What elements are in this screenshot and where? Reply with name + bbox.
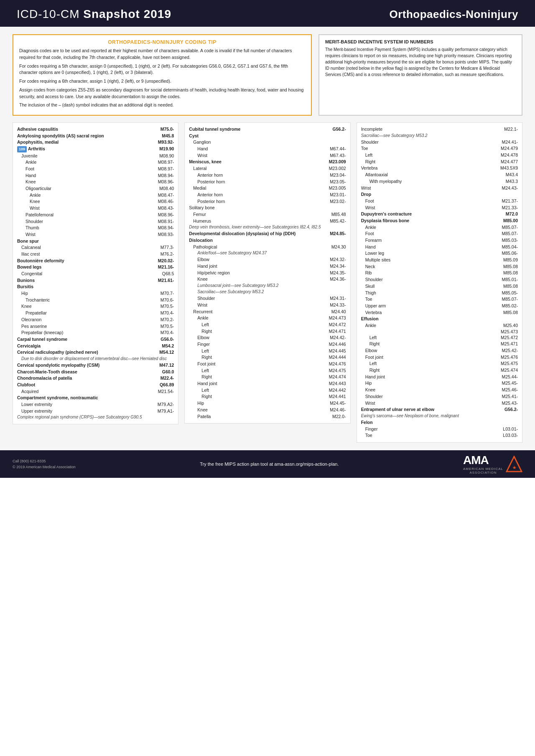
table-row: Adhesive capsulitis M75.0- (17, 126, 174, 132)
entry-code: M23.01- (321, 192, 346, 197)
note-line: Lumbosacral joint—see Subcategory M53.2 (189, 283, 346, 288)
entry-code: M70.4- (149, 310, 174, 315)
entry-code: M85.08 (493, 270, 518, 275)
coding-tip-p4: Assign codes from categories Z55-Z65 as … (19, 87, 305, 100)
entry-name: Foot joint (197, 361, 321, 367)
entry-name: Wrist (197, 152, 321, 159)
entry-code: M25.476 (493, 355, 518, 360)
entry-code: M47.12 (149, 363, 174, 368)
entry-code: M24.443 (321, 381, 346, 386)
table-row: Foot M08.97- (17, 166, 174, 172)
entry-code: M08.91- (149, 219, 174, 224)
entry-name: Wrist (365, 205, 493, 211)
table-row: Ankle M25.40 (361, 322, 518, 329)
entry-name: Elbow (365, 348, 493, 354)
table-row: Felon (361, 419, 518, 426)
entry-name: Vertebra (365, 310, 493, 316)
footer-cta-text: Try the free MIPS action plan tool at am… (200, 462, 339, 467)
entry-name: Cubital tunnel syndrome (189, 126, 321, 132)
entry-code: M08.47- (149, 193, 174, 198)
entry-name: Hip (365, 380, 493, 386)
table-row: Finger M24.446 (189, 341, 346, 348)
entry-code: M24.474 (321, 374, 346, 379)
entry-code: M24.444 (321, 355, 346, 360)
footer-right: AMA AMERICAN MEDICAL ASSOCIATION ★ (463, 454, 522, 474)
main-content: ORTHOPAEDICS-NONINJURY CODING TIP Diagno… (0, 27, 535, 450)
header-title: ICD-10-CM Snapshot 2019 (17, 8, 171, 21)
entry-code: M22.1- (493, 127, 518, 132)
table-row: Femur M85.48 (189, 211, 346, 218)
entry-name: Hip (21, 290, 149, 297)
table-row: Foot M85.07- (361, 231, 518, 237)
table-row: Patella M22.0- (189, 414, 346, 420)
entry-name: Lower extremity (21, 401, 149, 408)
table-row: Right M24.474 (189, 374, 346, 380)
entry-name: Adhesive capsulitis (17, 126, 149, 132)
table-row: Shoulder M85.01- (361, 277, 518, 283)
entry-name: Finger (197, 341, 321, 348)
note-line: Sacroiliac—see Subcategory M53.2 (361, 133, 518, 138)
table-row: Effusion (361, 316, 518, 322)
tip-row: ORTHOPAEDICS-NONINJURY CODING TIP Diagno… (13, 34, 522, 116)
table-row: Olecranon M70.2- (17, 317, 174, 323)
table-row: Ankle M08.47- (17, 192, 174, 198)
table-row: Bunions M21.61- (17, 277, 174, 284)
table-row: Upper extremity M79.A1- (17, 408, 174, 414)
table-row: Elbow M25.42- (361, 348, 518, 354)
entry-code: M23.05- (321, 179, 346, 184)
entry-code: M08.94- (149, 225, 174, 230)
table-row: Hip M24.45- (189, 400, 346, 406)
entry-name: Vertebra (361, 165, 493, 171)
table-row: Wrist M21.33- (361, 205, 518, 211)
entry-name: Shoulder (365, 393, 493, 400)
table-row: Wrist M08.93- (17, 231, 174, 238)
entry-code: G56.2- (493, 407, 518, 412)
table-row: Dupuytren's contracture M72.0 (361, 211, 518, 217)
entry-name: Iliac crest (21, 251, 149, 257)
entry-name: Anterior horn (197, 172, 321, 178)
entry-name: 109Arthritis (17, 146, 149, 152)
entry-name: Cyst (189, 133, 321, 139)
table-row: Posterior horn M23.05- (189, 179, 346, 185)
entry-code: G56.0- (149, 337, 174, 342)
entry-name: Shoulder (25, 218, 149, 225)
title-prefix: ICD-10-CM (17, 8, 83, 20)
entry-name: Clubfoot (17, 382, 149, 388)
table-row: Hand M85.04- (361, 244, 518, 250)
table-row: Juvenile M08.90 (17, 153, 174, 159)
note-line: Complex regional pain syndrome (CRPS)—se… (17, 414, 174, 420)
entry-code: M08.43- (149, 205, 174, 211)
table-row: Left M24.478 (361, 152, 518, 158)
entry-name: Left (201, 387, 321, 393)
entry-code: M85.00 (493, 218, 518, 223)
table-row: Incomplete M22.1- (361, 126, 518, 132)
table-row: Chondromalacia of patella M22.4- (17, 375, 174, 381)
table-row: Toe M85.07- (361, 296, 518, 302)
table-row: Cyst (189, 133, 346, 139)
entry-name: Knee (197, 276, 321, 282)
table-row: Elbow M24.32- (189, 256, 346, 263)
entry-code: G56.2- (321, 127, 346, 132)
entry-code: M24.445 (321, 348, 346, 353)
table-row: Anterior horn M23.01- (189, 192, 346, 198)
entry-name: Cervical spondylotic myelopathy (CSM) (17, 362, 149, 368)
entry-code: M08.97- (149, 166, 174, 171)
col-mid: Cubital tunnel syndrome G56.2- Cyst Gang… (184, 122, 350, 424)
entry-name: Hand (25, 173, 149, 179)
table-row: Cervicalgia M54.2 (17, 343, 174, 349)
entry-code: M75.0- (149, 127, 174, 132)
entry-code: M21.54- (149, 389, 174, 394)
entry-name: Charcot-Marie-Tooth disease (17, 369, 149, 375)
table-row: Shoulder M08.91- (17, 218, 174, 225)
entry-code: M72.0 (493, 211, 518, 216)
footer-left: Call (800) 621-8335 © 2019 American Medi… (13, 458, 76, 470)
table-row: Cubital tunnel syndrome G56.2- (189, 126, 346, 132)
entry-code: M24.34- (321, 264, 346, 269)
entry-name: Toe (361, 145, 493, 152)
table-row: M25.473 (361, 329, 518, 334)
entry-name: Ganglion (193, 139, 321, 145)
ama-sub2: ASSOCIATION (463, 471, 503, 474)
mips-badge: 109 (17, 146, 27, 152)
entry-name: Dupuytren's contracture (361, 211, 493, 217)
entry-name: Bowed legs (17, 264, 149, 270)
